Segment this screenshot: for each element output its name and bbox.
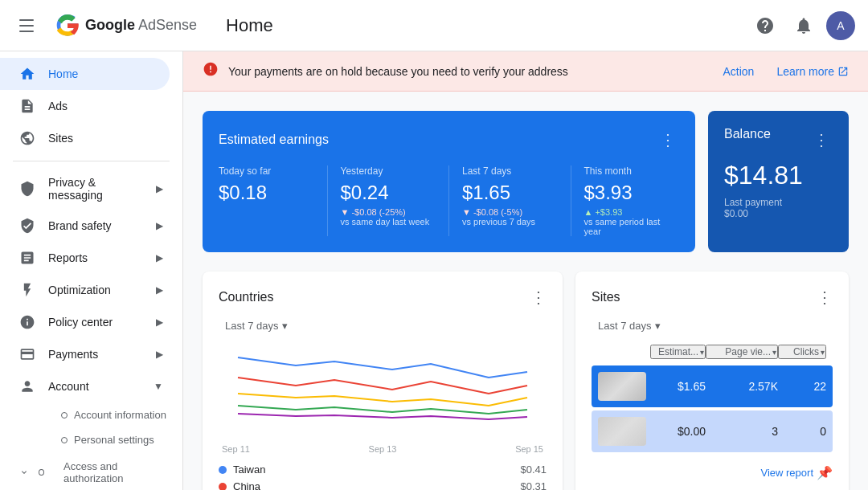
earnings-grid: Today so far $0.18 Yesterday $0.24 ▼ -$0… [219, 165, 679, 236]
last7-label: Last 7 days [462, 165, 558, 177]
month-label: This month [584, 165, 680, 177]
site-thumb-0 [598, 372, 646, 401]
countries-date-filter[interactable]: Last 7 days ▾ [219, 316, 294, 335]
yesterday-change: ▼ -$0.08 (-25%) [341, 207, 436, 217]
brand-safety-arrow: ▶ [156, 220, 163, 231]
google-logo-icon [55, 13, 80, 39]
earnings-title: Estimated earnings [219, 133, 329, 147]
earnings-last7: Last 7 days $1.65 ▼ -$0.08 (-5%) vs prev… [462, 165, 558, 236]
month-change: ▲ +$3.93 [584, 207, 680, 217]
sidebar-group-access[interactable]: Access and authorization [0, 452, 182, 490]
access-dot [39, 469, 44, 476]
clicks-sort-icon: ▾ [821, 348, 825, 357]
china-dot [219, 483, 227, 491]
external-link-icon [837, 66, 849, 77]
account-label: Account [48, 380, 89, 393]
personal-settings-label: Personal settings [74, 434, 154, 446]
notifications-button[interactable] [788, 10, 820, 42]
sites-view-report-button[interactable]: View report [760, 467, 813, 479]
sites-title: Sites [592, 290, 620, 304]
earnings-yesterday: Yesterday $0.24 ▼ -$0.08 (-25%) vs same … [341, 165, 436, 236]
chart-label-0: Sep 11 [222, 444, 250, 454]
sidebar-group-reports[interactable]: Reports ▶ [0, 242, 182, 274]
account-info-dot [61, 412, 68, 419]
page-title: Home [226, 15, 273, 36]
sidebar-group-privacy[interactable]: Privacy & messaging ▶ [0, 168, 182, 210]
sites-row-0: $1.65 2.57K 22 [592, 365, 833, 407]
balance-card: Balance ⋮ $14.81 Last payment $0.00 [708, 111, 849, 252]
balance-title: Balance [724, 127, 771, 141]
topbar-right: A [749, 10, 855, 42]
countries-header: Countries ⋮ [219, 288, 547, 307]
sidebar-item-personal-settings[interactable]: Personal settings [48, 427, 182, 452]
optimization-arrow: ▶ [156, 284, 163, 296]
today-label: Today so far [219, 165, 314, 177]
alert-banner: Your payments are on hold because you ne… [183, 51, 868, 92]
countries-card: Countries ⋮ Last 7 days ▾ [203, 272, 563, 490]
sidebar-group-payments[interactable]: Payments ▶ [0, 338, 182, 370]
sites-header: Sites ⋮ [592, 288, 833, 307]
month-value: $3.93 [584, 182, 680, 204]
sites-col-clicks[interactable]: Clicks ▾ [778, 345, 826, 359]
countries-more-button[interactable]: ⋮ [530, 288, 547, 307]
sidebar-item-account-information[interactable]: Account information [48, 402, 182, 427]
sidebar-item-ads[interactable]: Ads [0, 90, 170, 122]
ads-icon [19, 98, 35, 114]
chart-labels: Sep 11 Sep 13 Sep 15 [219, 444, 547, 454]
privacy-arrow: ▶ [156, 183, 163, 194]
last7-change: ▼ -$0.08 (-5%) [462, 207, 558, 217]
sidebar-label-sites: Sites [48, 132, 73, 145]
sidebar-item-sites[interactable]: Sites [0, 122, 170, 154]
account-info-label: Account information [74, 409, 166, 421]
balance-last-payment-value: $0.00 [724, 208, 833, 219]
alert-action-button[interactable]: Action [723, 65, 754, 78]
sites-date-filter[interactable]: Last 7 days ▾ [592, 316, 667, 335]
second-row: Countries ⋮ Last 7 days ▾ [183, 272, 868, 490]
sidebar-group-account[interactable]: Account ▼ [0, 370, 182, 402]
sidebar-group-policy[interactable]: Policy center ▶ [0, 306, 182, 338]
sites-row-1: $0.00 3 0 [592, 410, 833, 452]
sites-col-pageviews[interactable]: Page vie... ▾ [706, 345, 778, 359]
policy-arrow: ▶ [156, 316, 163, 328]
topbar: Google AdSense Home A [0, 0, 868, 51]
sidebar-label-ads: Ads [48, 100, 68, 112]
earnings-month: This month $3.93 ▲ +$3.93 vs same period… [584, 165, 680, 236]
estimated-sort-icon: ▾ [700, 348, 704, 357]
main-inner: Your payments are on hold because you ne… [183, 51, 868, 490]
account-sub-menu: Account information Personal settings [0, 402, 182, 452]
country-item-1: China $0.31 [219, 480, 547, 490]
help-button[interactable] [749, 10, 781, 42]
alert-learn-more-button[interactable]: Learn more [776, 65, 849, 78]
site-clicks-1: 0 [778, 425, 826, 438]
balance-more-button[interactable]: ⋮ [810, 127, 833, 153]
month-vs: vs same period last year [584, 217, 680, 236]
site-clicks-0: 22 [778, 380, 826, 393]
main-content: Your payments are on hold because you ne… [183, 51, 868, 490]
countries-title: Countries [219, 290, 273, 304]
sidebar-group-optimization[interactable]: Optimization ▶ [0, 274, 182, 306]
site-page-1: 3 [706, 425, 778, 438]
sites-icon [19, 130, 35, 146]
sidebar-item-home[interactable]: Home [0, 58, 170, 90]
privacy-label: Privacy & messaging [48, 176, 143, 202]
brand-safety-icon [19, 218, 35, 234]
last7-value: $1.65 [462, 182, 558, 204]
sites-more-button[interactable]: ⋮ [817, 288, 833, 307]
sidebar-group-brand-safety[interactable]: Brand safety ▶ [0, 210, 182, 242]
countries-chart [219, 341, 547, 438]
sites-chevron-icon: ▾ [655, 320, 661, 332]
menu-button[interactable] [13, 10, 45, 42]
taiwan-name: Taiwan [233, 463, 514, 476]
optimization-icon [19, 282, 35, 298]
earnings-more-button[interactable]: ⋮ [657, 127, 679, 153]
sites-col-estimated[interactable]: Estimat... ▾ [650, 345, 706, 359]
yesterday-label: Yesterday [341, 165, 436, 177]
country-list: Taiwan $0.41 China $0.31 United States $… [219, 463, 547, 490]
taiwan-dot [219, 466, 227, 474]
account-arrow: ▼ [154, 381, 163, 392]
avatar[interactable]: A [826, 11, 855, 40]
china-value: $0.31 [520, 480, 547, 490]
policy-icon [19, 314, 35, 330]
payments-icon [19, 346, 35, 362]
account-icon [19, 378, 35, 394]
